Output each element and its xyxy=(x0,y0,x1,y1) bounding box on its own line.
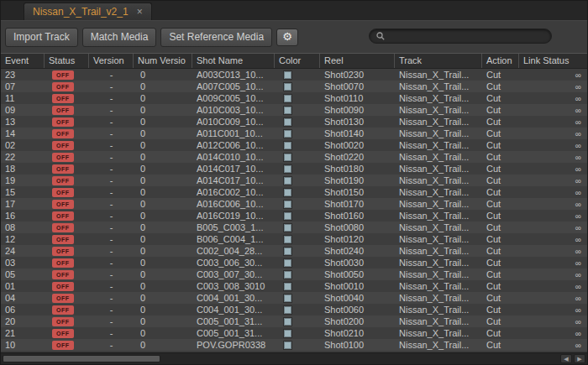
scrollbar-thumb[interactable] xyxy=(3,355,160,362)
search-input[interactable] xyxy=(389,31,544,41)
color-swatch[interactable] xyxy=(284,71,291,79)
link-icon[interactable]: ∞ xyxy=(575,270,581,279)
color-swatch[interactable] xyxy=(284,259,291,267)
status-badge[interactable]: OFF xyxy=(52,176,74,185)
link-icon[interactable]: ∞ xyxy=(575,188,581,197)
status-badge[interactable]: OFF xyxy=(52,153,74,162)
link-icon[interactable]: ∞ xyxy=(575,106,581,115)
table-row[interactable]: 10OFF-0POV.GOPR0338Shot0100Nissan_X_Trai… xyxy=(1,339,587,351)
status-badge[interactable]: OFF xyxy=(52,164,74,174)
table-row[interactable]: 09OFF-0A010C003_10...Shot0090Nissan_X_Tr… xyxy=(1,104,587,116)
link-icon[interactable]: ∞ xyxy=(575,329,581,338)
status-badge[interactable]: OFF xyxy=(52,305,74,315)
color-swatch[interactable] xyxy=(284,342,291,349)
table-row[interactable]: 24OFF-0C002_004_28...Shot0240Nissan_X_Tr… xyxy=(1,245,587,257)
link-icon[interactable]: ∞ xyxy=(575,211,581,221)
color-swatch[interactable] xyxy=(284,83,291,91)
table-row[interactable]: 20OFF-0C005_001_31...Shot0200Nissan_X_Tr… xyxy=(1,315,587,327)
link-icon[interactable]: ∞ xyxy=(575,94,581,103)
link-icon[interactable]: ∞ xyxy=(575,317,581,326)
table-row[interactable]: 18OFF-0A014C017_10...Shot0180Nissan_X_Tr… xyxy=(1,163,587,175)
color-swatch[interactable] xyxy=(284,236,291,243)
table-row[interactable]: 04OFF-0C004_001_30...Shot0040Nissan_X_Tr… xyxy=(1,292,587,304)
column-header-color[interactable]: Color xyxy=(275,54,320,68)
link-icon[interactable]: ∞ xyxy=(575,294,581,303)
column-header-link-status[interactable]: Link Status xyxy=(519,54,588,68)
column-header-num-version[interactable]: Num Versio xyxy=(134,54,192,68)
table-row[interactable]: 12OFF-0B006_C004_1...Shot0120Nissan_X_Tr… xyxy=(1,233,587,245)
link-icon[interactable]: ∞ xyxy=(575,282,581,291)
link-icon[interactable]: ∞ xyxy=(575,341,581,350)
color-swatch[interactable] xyxy=(284,318,291,326)
color-swatch[interactable] xyxy=(284,189,291,196)
status-badge[interactable]: OFF xyxy=(52,329,74,338)
set-reference-media-button[interactable]: Set Reference Media xyxy=(160,28,272,47)
table-row[interactable]: 01OFF-0C003_008_3010Shot0010Nissan_X_Tra… xyxy=(1,280,587,292)
color-swatch[interactable] xyxy=(284,154,291,161)
status-badge[interactable]: OFF xyxy=(52,211,74,221)
table-row[interactable]: 17OFF-0A016C006_10...Shot0170Nissan_X_Tr… xyxy=(1,198,587,210)
gear-icon[interactable]: ⚙ xyxy=(276,29,298,46)
link-icon[interactable]: ∞ xyxy=(575,176,581,185)
table-row[interactable]: 21OFF-0C005_001_31...Shot0210Nissan_X_Tr… xyxy=(1,327,587,339)
link-icon[interactable]: ∞ xyxy=(575,129,581,138)
status-badge[interactable]: OFF xyxy=(52,117,74,127)
column-header-event[interactable]: Event xyxy=(1,54,45,68)
link-icon[interactable]: ∞ xyxy=(575,258,581,268)
status-badge[interactable]: OFF xyxy=(52,223,74,232)
status-badge[interactable]: OFF xyxy=(52,188,74,197)
color-swatch[interactable] xyxy=(284,118,291,126)
table-row[interactable]: 15OFF-0A016C002_10...Shot0150Nissan_X_Tr… xyxy=(1,186,587,198)
status-badge[interactable]: OFF xyxy=(52,258,74,268)
table-row[interactable]: 22OFF-0A014C010_10...Shot0220Nissan_X_Tr… xyxy=(1,151,587,163)
tab-nissan-x-trail[interactable]: Nissan_X_Trail_v2_1 × xyxy=(24,3,152,20)
column-header-action[interactable]: Action xyxy=(482,54,519,68)
link-icon[interactable]: ∞ xyxy=(575,247,581,256)
link-icon[interactable]: ∞ xyxy=(575,164,581,174)
color-swatch[interactable] xyxy=(284,295,291,302)
color-swatch[interactable] xyxy=(284,130,291,138)
table-row[interactable]: 05OFF-0C003_007_30...Shot0050Nissan_X_Tr… xyxy=(1,269,587,280)
table-row[interactable]: 23OFF-0A003C013_10...Shot0230Nissan_X_Tr… xyxy=(1,69,587,81)
table-row[interactable]: 06OFF-0C004_001_30...Shot0060Nissan_X_Tr… xyxy=(1,304,587,315)
column-header-version[interactable]: Version xyxy=(89,54,134,68)
color-swatch[interactable] xyxy=(284,165,291,173)
link-icon[interactable]: ∞ xyxy=(575,153,581,162)
color-swatch[interactable] xyxy=(284,224,291,232)
status-badge[interactable]: OFF xyxy=(52,317,74,326)
column-header-shot-name[interactable]: Shot Name xyxy=(192,54,275,68)
status-badge[interactable]: OFF xyxy=(52,270,74,279)
match-media-button[interactable]: Match Media xyxy=(82,28,157,47)
status-badge[interactable]: OFF xyxy=(52,129,74,138)
link-icon[interactable]: ∞ xyxy=(575,235,581,244)
table-row[interactable]: 19OFF-0A014C017_10...Shot0190Nissan_X_Tr… xyxy=(1,175,587,186)
scroll-right-arrow-icon[interactable]: ▶ xyxy=(574,354,585,363)
search-box[interactable] xyxy=(369,29,552,44)
status-badge[interactable]: OFF xyxy=(52,82,74,91)
color-swatch[interactable] xyxy=(284,95,291,102)
table-row[interactable]: 08OFF-0B005_C003_1...Shot0080Nissan_X_Tr… xyxy=(1,222,587,233)
status-badge[interactable]: OFF xyxy=(52,247,74,256)
column-header-reel[interactable]: Reel xyxy=(320,54,395,68)
status-badge[interactable]: OFF xyxy=(52,106,74,115)
link-icon[interactable]: ∞ xyxy=(575,223,581,232)
scroll-left-arrow-icon[interactable]: ◀ xyxy=(560,354,572,363)
color-swatch[interactable] xyxy=(284,271,291,279)
link-icon[interactable]: ∞ xyxy=(575,200,581,209)
link-icon[interactable]: ∞ xyxy=(575,117,581,127)
table-row[interactable]: 16OFF-0A016C019_10...Shot0160Nissan_X_Tr… xyxy=(1,210,587,222)
color-swatch[interactable] xyxy=(284,306,291,314)
color-swatch[interactable] xyxy=(284,330,291,337)
color-swatch[interactable] xyxy=(284,248,291,255)
status-badge[interactable]: OFF xyxy=(52,282,74,291)
table-row[interactable]: 03OFF-0C003_006_30...Shot0030Nissan_X_Tr… xyxy=(1,257,587,269)
table-row[interactable]: 11OFF-0A009C005_10...Shot0110Nissan_X_Tr… xyxy=(1,92,587,104)
status-badge[interactable]: OFF xyxy=(52,141,74,150)
status-badge[interactable]: OFF xyxy=(52,94,74,103)
table-row[interactable]: 14OFF-0A011C001_10...Shot0140Nissan_X_Tr… xyxy=(1,128,587,139)
color-swatch[interactable] xyxy=(284,107,291,114)
color-swatch[interactable] xyxy=(284,142,291,149)
close-icon[interactable]: × xyxy=(137,7,143,17)
table-row[interactable]: 13OFF-0A010C009_10...Shot0130Nissan_X_Tr… xyxy=(1,116,587,128)
status-badge[interactable]: OFF xyxy=(52,341,74,350)
